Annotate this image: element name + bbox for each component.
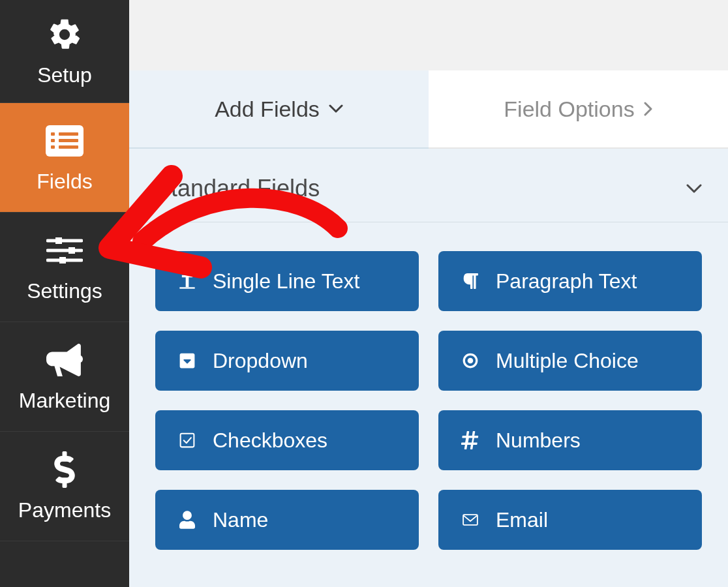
svg-rect-13 [179, 287, 194, 288]
svg-point-15 [468, 358, 474, 364]
list-icon [45, 121, 84, 160]
field-grid: Single Line Text Paragraph Text Dropdown… [129, 222, 728, 550]
svg-rect-17 [463, 515, 478, 525]
field-numbers[interactable]: Numbers [438, 410, 702, 470]
svg-rect-10 [68, 247, 75, 254]
field-label: Numbers [496, 429, 581, 453]
field-single-line-text[interactable]: Single Line Text [155, 251, 419, 311]
sidebar-item-marketing[interactable]: Marketing [0, 322, 129, 432]
dollar-icon [45, 450, 84, 489]
section-title: Standard Fields [155, 175, 320, 202]
svg-rect-3 [51, 145, 55, 149]
section-header-standard-fields[interactable]: Standard Fields [129, 149, 728, 222]
svg-rect-6 [59, 145, 78, 149]
tab-add-fields[interactable]: Add Fields [129, 70, 429, 149]
field-dropdown[interactable]: Dropdown [155, 331, 419, 391]
sidebar-label: Marketing [19, 389, 111, 413]
field-label: Name [213, 508, 268, 532]
bullhorn-icon [45, 340, 84, 380]
sidebar: Setup Fields Settings Marketing Payments [0, 0, 129, 587]
sidebar-item-fields[interactable]: Fields [0, 103, 129, 213]
tabs: Add Fields Field Options [129, 70, 728, 149]
field-checkboxes[interactable]: Checkboxes [155, 410, 419, 470]
field-email[interactable]: Email [438, 490, 702, 550]
sidebar-label: Fields [37, 170, 92, 194]
svg-rect-16 [181, 434, 194, 447]
svg-rect-2 [51, 139, 55, 142]
field-name[interactable]: Name [155, 490, 419, 550]
field-label: Single Line Text [213, 269, 359, 294]
sidebar-item-setup[interactable]: Setup [0, 0, 129, 103]
svg-rect-12 [59, 257, 66, 263]
tab-label: Add Fields [215, 97, 320, 122]
main-content: Add Fields Field Options Standard Fields [129, 0, 728, 587]
checkbox-icon [177, 430, 197, 450]
user-icon [177, 510, 197, 530]
svg-rect-4 [59, 132, 78, 136]
sidebar-label: Settings [27, 279, 102, 303]
hash-icon [461, 430, 480, 450]
caret-down-square-icon [177, 351, 197, 370]
field-multiple-choice[interactable]: Multiple Choice [438, 331, 702, 391]
sidebar-item-payments[interactable]: Payments [0, 432, 129, 541]
text-cursor-icon [177, 271, 197, 291]
sidebar-item-settings[interactable]: Settings [0, 213, 129, 322]
chevron-down-icon [686, 184, 702, 194]
field-paragraph-text[interactable]: Paragraph Text [438, 251, 702, 311]
field-label: Checkboxes [213, 429, 327, 453]
field-label: Multiple Choice [496, 349, 639, 373]
radio-selected-icon [461, 351, 480, 370]
sidebar-label: Setup [37, 63, 92, 87]
paragraph-icon [461, 271, 480, 291]
svg-rect-1 [51, 132, 55, 136]
gear-icon [45, 15, 84, 54]
tab-label: Field Options [504, 97, 634, 122]
fields-panel: Standard Fields Single Line Text Paragra… [129, 149, 728, 587]
tab-field-options[interactable]: Field Options [429, 70, 728, 149]
sidebar-label: Payments [18, 498, 111, 522]
sliders-icon [45, 231, 84, 270]
svg-rect-8 [55, 237, 62, 244]
envelope-icon [461, 510, 480, 530]
top-bar [129, 0, 728, 70]
field-label: Dropdown [213, 349, 308, 373]
field-label: Email [496, 508, 548, 532]
chevron-right-icon [644, 102, 653, 116]
svg-rect-5 [59, 139, 78, 142]
chevron-down-icon [329, 104, 343, 113]
field-label: Paragraph Text [496, 269, 637, 294]
